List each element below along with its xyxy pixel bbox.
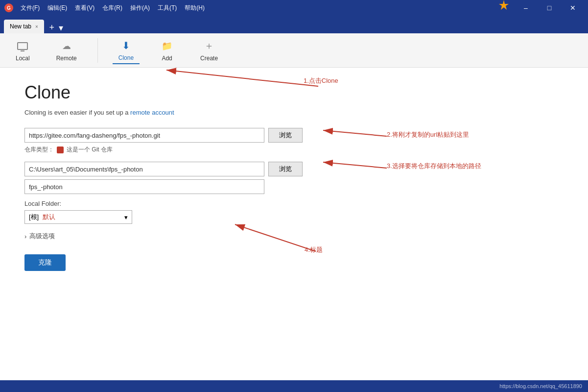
repo-type-label: 仓库类型： (24, 146, 54, 154)
menu-repo[interactable]: 仓库(R) (99, 3, 125, 13)
menu-view[interactable]: 查看(V) (72, 3, 97, 13)
menu-bar: 文件(F) 编辑(E) 查看(V) 仓库(R) 操作(A) 工具(T) 帮助(H… (18, 3, 208, 13)
add-label: Add (162, 55, 172, 62)
toolbar-add[interactable]: 📁 Add (154, 37, 180, 64)
path-row: 浏览 (24, 162, 564, 176)
active-tab[interactable]: New tab × (4, 20, 44, 33)
page-title: Clone (24, 82, 564, 103)
clone-label: Clone (118, 54, 134, 61)
name-input[interactable] (24, 179, 264, 194)
url-row: 浏览 (24, 128, 564, 143)
dropdown-arrow: ▾ (124, 214, 128, 221)
cloud-icon: ☁ (60, 39, 73, 53)
local-label: Local (16, 55, 30, 62)
local-folder-label: Local Folder: (24, 200, 564, 207)
statusbar: https://blog.csdn.net/qq_45611890 (0, 380, 588, 392)
menu-edit[interactable]: 编辑(E) (45, 3, 70, 13)
close-button[interactable]: ✕ (562, 0, 584, 16)
tab-close-button[interactable]: × (35, 24, 38, 29)
menu-tools[interactable]: 工具(T) (155, 3, 180, 13)
svg-text:G: G (7, 5, 11, 11)
menu-file[interactable]: 文件(F) (18, 3, 43, 13)
download-icon: ⬇ (119, 39, 133, 52)
folder-icon: 📁 (160, 39, 174, 53)
toolbar-remote[interactable]: ☁ Remote (50, 37, 83, 64)
remote-label: Remote (56, 55, 77, 62)
name-row (24, 179, 564, 194)
pin-icon (499, 0, 509, 10)
maximize-button[interactable]: □ (538, 0, 561, 16)
window-controls: – □ ✕ (499, 0, 584, 16)
plus-icon: ＋ (202, 39, 216, 53)
clone-button[interactable]: 克隆 (24, 254, 66, 271)
tab-dropdown[interactable]: ▾ (59, 23, 63, 33)
advanced-label: 高级选项 (29, 232, 55, 241)
menu-action[interactable]: 操作(A) (127, 3, 153, 13)
new-tab-button[interactable]: + (46, 22, 58, 33)
menu-help[interactable]: 帮助(H) (182, 3, 208, 13)
gitee-icon (57, 147, 64, 153)
url-browse-button[interactable]: 浏览 (268, 128, 303, 143)
toolbar-create[interactable]: ＋ Create (194, 37, 224, 64)
repo-type-desc: 这是一个 Git 仓库 (67, 146, 113, 154)
toolbar-divider (97, 38, 98, 63)
path-browse-button[interactable]: 浏览 (268, 162, 303, 176)
toolbar-local[interactable]: Local (10, 37, 36, 64)
url-input[interactable] (24, 128, 264, 143)
tab-label: New tab (10, 23, 31, 30)
chevron-right-icon: › (24, 233, 26, 240)
monitor-icon (16, 39, 29, 53)
tabbar: New tab × + ▾ (0, 16, 588, 33)
app-logo: G (4, 3, 14, 13)
path-input[interactable] (24, 162, 264, 176)
folder-default: 默认 (43, 213, 55, 221)
titlebar: G 文件(F) 编辑(E) 查看(V) 仓库(R) 操作(A) 工具(T) 帮助… (0, 0, 588, 16)
minimize-button[interactable]: – (515, 0, 537, 16)
create-label: Create (200, 55, 218, 62)
toolbar: Local ☁ Remote ⬇ Clone 📁 Add ＋ Create (0, 33, 588, 68)
subtitle: Cloning is even easier if you set up a r… (24, 109, 564, 116)
folder-root: [根] (29, 213, 39, 221)
toolbar-clone[interactable]: ⬇ Clone (113, 37, 140, 64)
remote-account-link[interactable]: remote account (130, 109, 174, 116)
advanced-options[interactable]: › 高级选项 (24, 232, 564, 241)
main-content: Clone Cloning is even easier if you set … (0, 68, 588, 380)
folder-select[interactable]: [根] 默认 ▾ (24, 210, 132, 224)
statusbar-url: https://blog.csdn.net/qq_45611890 (499, 383, 582, 389)
repo-type-row: 仓库类型： 这是一个 Git 仓库 (24, 146, 564, 154)
